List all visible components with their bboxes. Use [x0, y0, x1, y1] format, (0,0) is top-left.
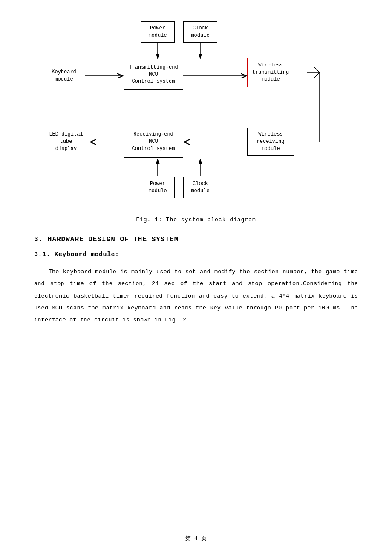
box-clock-bottom: Clockmodule: [183, 177, 217, 198]
box-receiving-mcu: Receiving-endMCUControl system: [124, 126, 183, 158]
section3-heading: 3. HARDWARE DESIGN OF THE SYSTEM: [34, 236, 358, 243]
box-power-top: Powermodule: [141, 21, 175, 43]
diagram: Powermodule Clockmodule Keyboardmodule T…: [43, 17, 349, 213]
page: Powermodule Clockmodule Keyboardmodule T…: [0, 0, 392, 555]
section31-heading: 3.1. Keyboard module:: [34, 251, 358, 258]
box-wireless-transmitting: Wirelesstransmittingmodule: [247, 58, 294, 87]
fig-caption: Fig. 1: The system block diagram: [34, 217, 358, 223]
page-number: 第 4 页: [185, 535, 206, 542]
diagram-container: Powermodule Clockmodule Keyboardmodule T…: [34, 17, 358, 213]
box-power-bottom: Powermodule: [141, 177, 175, 198]
box-led-display: LED digital tubedisplay: [43, 130, 89, 153]
box-clock-top: Clockmodule: [183, 21, 217, 43]
box-keyboard: Keyboardmodule: [43, 64, 85, 87]
box-transmitting-mcu: Transmitting-end MCUControl system: [124, 60, 183, 90]
page-footer: 第 4 页: [0, 535, 392, 542]
box-wireless-receiving: Wirelessreceivingmodule: [247, 128, 294, 156]
section31-body: The keyboard module is mainly used to se…: [34, 266, 358, 327]
